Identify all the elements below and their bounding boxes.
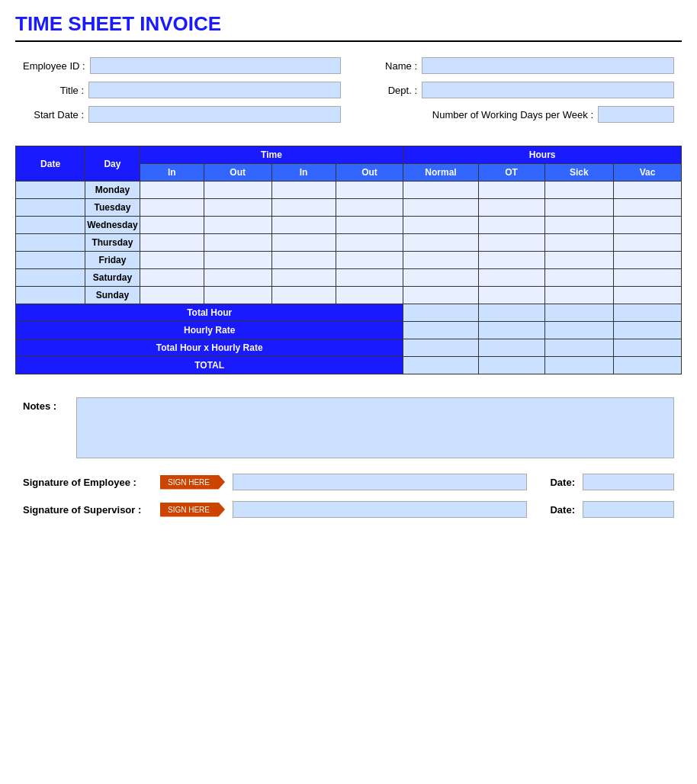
name-row: Name : [356,57,674,74]
date-cell[interactable] [16,182,85,199]
employee-signature-row: Signature of Employee : SIGN HERE Date: [23,474,674,490]
time-in2: In [271,164,336,182]
signature-section: Signature of Employee : SIGN HERE Date: … [15,474,682,518]
supervisor-signature-row: Signature of Supervisor : SIGN HERE Date… [23,501,674,518]
total-hour-row: Total Hour [16,304,682,322]
total-hour-x-rate-row: Total Hour x Hourly Rate [16,339,682,357]
employee-id-input[interactable] [90,57,341,74]
table-row: Sunday [16,287,682,304]
col-hours: Hours [403,146,682,164]
name-label: Name : [356,60,417,72]
start-date-row: Start Date : [23,106,341,123]
hours-ot: OT [478,164,544,182]
employee-sig-label: Signature of Employee : [23,477,153,488]
total-hour-label: Total Hour [16,304,403,322]
dept-label: Dept. : [356,85,417,96]
dept-row: Dept. : [356,82,674,98]
supervisor-sign-button[interactable]: SIGN HERE [160,503,225,517]
working-days-input[interactable] [598,106,674,123]
table-row: Saturday [16,269,682,287]
page-title: TIME SHEET INVOICE [15,12,682,42]
table-row: Friday [16,252,682,269]
col-day: Day [85,146,140,182]
col-date: Date [16,146,85,182]
table-row: Tuesday [16,199,682,217]
working-days-row: Number of Working Days per Week : [356,106,674,123]
start-date-input[interactable] [88,106,341,123]
title-input[interactable] [88,82,341,98]
title-label: Title : [23,85,84,96]
notes-textarea[interactable] [76,397,674,458]
employee-date-label: Date: [550,477,575,488]
start-date-label: Start Date : [23,109,84,120]
hours-normal: Normal [403,164,478,182]
dept-input[interactable] [422,82,674,98]
name-input[interactable] [422,57,674,74]
title-row: Title : [23,82,341,98]
table-row: Thursday [16,234,682,252]
timesheet-table: Date Day Time Hours In Out In Out Normal… [15,146,682,374]
hourly-rate-label: Hourly Rate [16,322,403,339]
notes-label: Notes : [23,397,69,412]
employee-sign-button[interactable]: SIGN HERE [160,475,225,490]
time-in1: In [140,164,204,182]
day-monday: Monday [85,182,140,199]
hours-vac: Vac [614,164,682,182]
notes-section: Notes : [15,397,682,458]
grand-total-label: TOTAL [16,357,403,374]
employee-sig-line [233,474,527,490]
grand-total-row: TOTAL [16,357,682,374]
time-out1: Out [204,164,271,182]
employee-id-row: Employee ID : [23,57,341,74]
form-section: Employee ID : Name : Title : Dept. : Sta… [15,57,682,123]
supervisor-sig-label: Signature of Supervisor : [23,504,153,516]
total-hour-x-rate-label: Total Hour x Hourly Rate [16,339,403,357]
table-row: Wednesday [16,217,682,234]
employee-id-label: Employee ID : [23,60,85,72]
table-row: Monday [16,182,682,199]
time-out2: Out [336,164,403,182]
employee-date-input[interactable] [583,474,674,490]
hourly-rate-row: Hourly Rate [16,322,682,339]
col-time: Time [140,146,403,164]
working-days-label: Number of Working Days per Week : [432,109,593,120]
supervisor-date-input[interactable] [583,501,674,518]
supervisor-date-label: Date: [550,504,575,516]
hours-sick: Sick [544,164,614,182]
supervisor-sig-line [233,501,527,518]
